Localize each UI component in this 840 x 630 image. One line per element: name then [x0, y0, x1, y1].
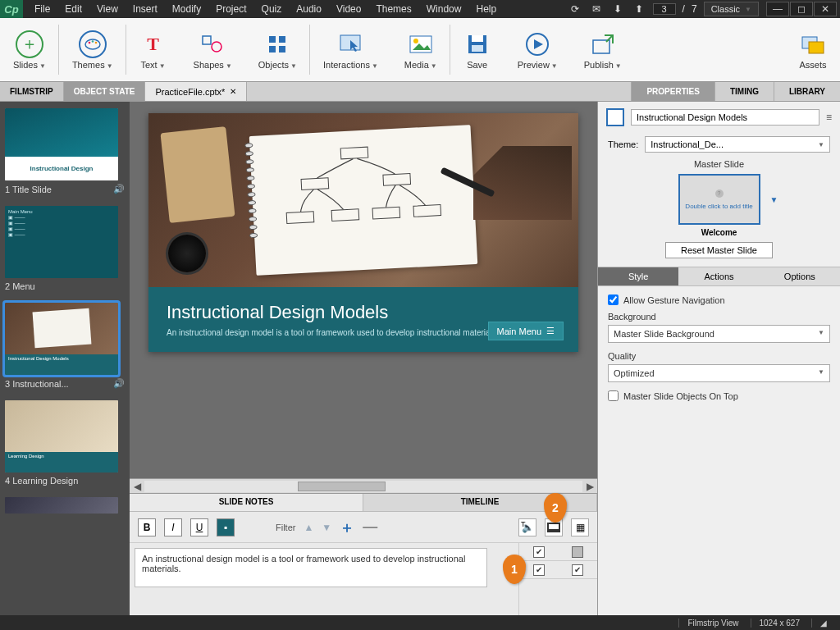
ribbon-preview[interactable]: Preview▼	[504, 18, 571, 81]
ribbon-themes[interactable]: Themes▼	[59, 18, 126, 81]
scroll-thumb[interactable]	[298, 482, 386, 491]
file-tab[interactable]: PracticeFile.cptx*✕	[145, 82, 247, 101]
tab-object-state[interactable]: OBJECT STATE	[64, 82, 146, 101]
header-check-cc[interactable]	[572, 546, 583, 558]
menu-edit[interactable]: Edit	[58, 2, 89, 16]
tts-button[interactable]: T🔈	[518, 518, 536, 536]
gesture-checkbox[interactable]: Allow Gesture Navigation	[608, 294, 830, 305]
canvas-area: Instructional Design Models An instructi…	[130, 102, 597, 615]
header-check-tts[interactable]: ✔	[533, 546, 545, 558]
main-menu-button[interactable]: Main Menu☰	[488, 322, 564, 340]
ribbon-interactions[interactable]: Interactions▼	[310, 18, 391, 81]
status-bar: Filmstrip View 1024 x 627 ◢	[0, 615, 840, 630]
filter-up-icon[interactable]: ▲	[304, 522, 313, 533]
prop-tab-options[interactable]: Options	[760, 267, 840, 285]
properties-panel: ≡ Theme: Instructional_De...▼ Master Sli…	[597, 102, 840, 615]
audio-icon: 🔊	[113, 184, 125, 194]
page-total: 7	[692, 3, 697, 15]
window-minimize[interactable]: —	[766, 2, 789, 16]
page-sep: /	[682, 3, 685, 15]
menu-view[interactable]: View	[90, 2, 125, 16]
ribbon-publish[interactable]: Publish▼	[571, 18, 635, 81]
reset-master-button[interactable]: Reset Master Slide	[665, 242, 773, 258]
tab-properties[interactable]: PROPERTIES	[631, 82, 714, 101]
svg-rect-7	[279, 36, 285, 43]
menu-themes[interactable]: Themes	[369, 2, 418, 16]
color-button[interactable]: ▪	[217, 518, 235, 536]
thumb-3[interactable]: Instructional Design Models 3 Instructio…	[5, 303, 125, 389]
ribbon-text[interactable]: T Text▼	[126, 18, 180, 81]
filmstrip-panel[interactable]: Instructional Design 1 Title Slide🔊 Main…	[0, 102, 130, 615]
tab-filmstrip[interactable]: FILMSTRIP	[0, 82, 64, 101]
horizontal-scrollbar[interactable]: ◀ ▶	[130, 478, 597, 493]
thumb-2[interactable]: Main Menu▣ ───▣ ───▣ ───▣ ─── 2 Menu	[5, 206, 125, 291]
row-check-cc[interactable]: ✔	[572, 564, 583, 576]
master-dropdown-icon[interactable]: ▼	[770, 195, 778, 204]
tab-timing[interactable]: TIMING	[714, 82, 774, 101]
svg-rect-15	[472, 45, 483, 52]
theme-select[interactable]: Instructional_De...▼	[645, 136, 830, 153]
status-resize-icon[interactable]: ◢	[811, 619, 835, 628]
svg-point-2	[91, 40, 94, 43]
tab-library[interactable]: LIBRARY	[774, 82, 840, 101]
slide-canvas[interactable]: Instructional Design Models An instructi…	[148, 113, 578, 352]
add-note-icon[interactable]: ＋	[340, 518, 354, 537]
menu-file[interactable]: File	[28, 2, 57, 16]
master-slide-preview[interactable]: ? Double click to add title ▼	[678, 174, 760, 225]
thumb-5[interactable]	[5, 497, 125, 514]
sync-icon[interactable]: ⟳	[568, 3, 582, 15]
status-dims: 1024 x 627	[751, 619, 809, 628]
svg-rect-4	[203, 36, 211, 44]
prop-tab-actions[interactable]: Actions	[678, 267, 759, 285]
ribbon-media[interactable]: Media▼	[391, 18, 450, 81]
underline-button[interactable]: U	[190, 518, 208, 536]
ontop-checkbox[interactable]: Master Slide Objects On Top	[608, 390, 830, 401]
window-close[interactable]: ✕	[814, 2, 837, 16]
ribbon-objects[interactable]: Objects▼	[245, 18, 310, 81]
prop-tab-style[interactable]: Style	[598, 267, 678, 285]
slide-name-input[interactable]	[631, 109, 819, 126]
filter-down-icon[interactable]: ▼	[322, 522, 331, 533]
grid-button[interactable]: ▦	[571, 518, 589, 536]
slide-title: Instructional Design Models	[167, 302, 560, 323]
cc-button[interactable]: 2	[545, 518, 563, 536]
ribbon-assets[interactable]: Assets	[786, 18, 840, 81]
italic-button[interactable]: I	[164, 518, 182, 536]
workspace-switcher[interactable]: Classic▼	[704, 2, 759, 16]
menu-quiz[interactable]: Quiz	[255, 2, 289, 16]
menu-bar: File Edit View Insert Modify Project Qui…	[23, 2, 503, 16]
menu-window[interactable]: Window	[420, 2, 468, 16]
thumb-1[interactable]: Instructional Design 1 Title Slide🔊	[5, 108, 125, 194]
bold-button[interactable]: B	[138, 518, 156, 536]
menu-modify[interactable]: Modify	[166, 2, 208, 16]
download-icon[interactable]: ⬇	[610, 3, 625, 15]
scroll-right-icon[interactable]: ▶	[582, 481, 597, 492]
row-check-tts[interactable]: ✔	[533, 564, 545, 576]
menu-help[interactable]: Help	[469, 2, 503, 16]
menu-video[interactable]: Video	[330, 2, 368, 16]
thumb-4[interactable]: Learning Design 4 Learning Design	[5, 400, 125, 486]
page-current[interactable]: 3	[653, 3, 676, 15]
remove-note-icon[interactable]: —	[363, 518, 377, 536]
ribbon-shapes[interactable]: Shapes▼	[180, 18, 245, 81]
menu-audio[interactable]: Audio	[290, 2, 328, 16]
svg-rect-8	[269, 46, 276, 52]
note-text[interactable]: An instructional design model is a tool …	[135, 548, 487, 587]
background-select[interactable]: Master Slide Background▼	[608, 325, 830, 343]
close-tab-icon[interactable]: ✕	[230, 87, 236, 96]
quality-select[interactable]: Optimized▼	[608, 364, 830, 382]
svg-rect-9	[279, 46, 285, 52]
ribbon-save[interactable]: Save	[450, 18, 504, 81]
window-maximize[interactable]: ◻	[790, 2, 813, 16]
ribbon-slides[interactable]: ＋ Slides▼	[0, 18, 59, 81]
theme-label: Theme:	[608, 139, 638, 149]
options-menu-icon[interactable]: ≡	[826, 112, 832, 123]
svg-rect-14	[472, 35, 483, 42]
upload-icon[interactable]: ⬆	[632, 3, 646, 15]
menu-project[interactable]: Project	[209, 2, 253, 16]
tab-slide-notes[interactable]: SLIDE NOTES	[130, 494, 363, 511]
svg-rect-19	[809, 42, 824, 53]
menu-insert[interactable]: Insert	[126, 2, 164, 16]
scroll-left-icon[interactable]: ◀	[130, 481, 144, 492]
mail-icon[interactable]: ✉	[589, 3, 604, 15]
